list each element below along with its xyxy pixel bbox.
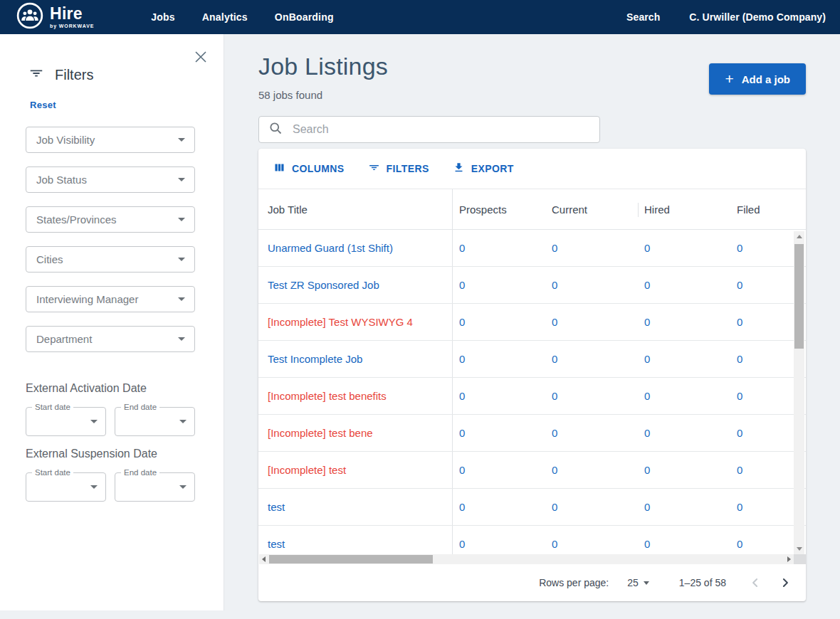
horizontal-scrollbar[interactable]	[259, 554, 794, 564]
hired-count-link[interactable]: 0	[644, 501, 650, 513]
vertical-scrollbar-thumb[interactable]	[794, 244, 804, 349]
job-title-link[interactable]: [Incomplete] test	[268, 464, 346, 476]
current-count-link[interactable]: 0	[552, 279, 557, 291]
current-count-link[interactable]: 0	[552, 427, 557, 439]
current-count-link[interactable]: 0	[552, 242, 557, 254]
rows-per-page-select[interactable]: 25	[627, 577, 649, 588]
hired-count-link[interactable]: 0	[644, 353, 650, 365]
table-row[interactable]: [Incomplete] Test WYSIWYG 4 0 0 0 0	[258, 304, 806, 341]
current-count-link[interactable]: 0	[552, 538, 557, 550]
nav-item-analytics[interactable]: Analytics	[202, 11, 248, 23]
horizontal-scrollbar-thumb[interactable]	[269, 555, 433, 564]
job-status-select[interactable]: Job Status	[26, 166, 195, 193]
table-row[interactable]: [Incomplete] test benefits 0 0 0 0	[258, 378, 806, 415]
suspension-end-date-select[interactable]: End date	[115, 472, 195, 502]
nav-item-jobs[interactable]: Jobs	[151, 11, 174, 23]
scroll-left-arrow-icon[interactable]	[262, 556, 266, 562]
scroll-right-arrow-icon[interactable]	[787, 556, 791, 562]
hired-count-link[interactable]: 0	[644, 464, 650, 476]
export-button[interactable]: EXPORT	[453, 162, 514, 176]
prospects-count-link[interactable]: 0	[459, 427, 465, 439]
filed-count-link[interactable]: 0	[737, 279, 742, 291]
nav-item-onboarding[interactable]: OnBoarding	[275, 11, 334, 23]
column-header-job-title[interactable]: Job Title	[268, 203, 308, 216]
hired-count-link[interactable]: 0	[644, 427, 650, 439]
filed-count-link[interactable]: 0	[737, 242, 742, 254]
nav-search-link[interactable]: Search	[626, 11, 660, 23]
job-search-field[interactable]	[258, 116, 600, 143]
filed-count-link[interactable]: 0	[737, 390, 742, 402]
filed-count-link[interactable]: 0	[737, 427, 742, 439]
prospects-count-link[interactable]: 0	[459, 538, 465, 550]
job-title-link[interactable]: [Incomplete] Test WYSIWYG 4	[268, 316, 413, 328]
prospects-count-link[interactable]: 0	[459, 501, 465, 513]
brand-logo[interactable]: Hire by WORKWAVE	[16, 2, 94, 32]
suspension-start-date-select[interactable]: Start date	[26, 472, 106, 502]
plus-icon: +	[725, 71, 733, 86]
column-header-current[interactable]: Current	[552, 203, 587, 216]
close-icon[interactable]	[194, 50, 208, 64]
job-title-link[interactable]: [Incomplete] test bene	[268, 427, 373, 439]
external-suspension-date-heading: External Suspension Date	[26, 448, 157, 460]
table-row[interactable]: [Incomplete] test 0 0 0 0	[258, 452, 806, 489]
table-row[interactable]: Test Incomplete Job 0 0 0 0	[258, 341, 806, 378]
column-header-prospects[interactable]: Prospects	[459, 203, 507, 216]
job-title-link[interactable]: Test Incomplete Job	[268, 353, 362, 365]
interviewing-manager-select[interactable]: Interviewing Manager	[26, 286, 195, 312]
brand-name: Hire	[50, 6, 94, 22]
job-title-link[interactable]: Test ZR Sponsored Job	[268, 279, 379, 291]
previous-page-button[interactable]	[745, 572, 766, 593]
filed-count-link[interactable]: 0	[737, 464, 742, 476]
user-account-menu[interactable]: C. Urwiller (Demo Company)	[689, 11, 826, 23]
table-row[interactable]: Unarmed Guard (1st Shift) 0 0 0 0	[258, 230, 806, 267]
activation-end-date-select[interactable]: End date	[115, 407, 195, 436]
table-row[interactable]: Test ZR Sponsored Job 0 0 0 0	[258, 267, 806, 304]
reset-filters-button[interactable]: Reset	[30, 100, 56, 110]
current-count-link[interactable]: 0	[552, 464, 557, 476]
hired-count-link[interactable]: 0	[644, 316, 650, 328]
job-title-link[interactable]: test	[268, 501, 285, 513]
table-row[interactable]: test 0 0 0 0	[258, 526, 806, 554]
columns-button[interactable]: COLUMNS	[273, 162, 345, 176]
table-pagination: Rows per page: 25 1–25 of 58	[258, 564, 806, 601]
filed-count-link[interactable]: 0	[737, 501, 742, 513]
column-header-hired[interactable]: Hired	[644, 203, 670, 216]
prospects-count-link[interactable]: 0	[459, 390, 465, 402]
job-title-link[interactable]: Unarmed Guard (1st Shift)	[268, 242, 393, 254]
vertical-scrollbar[interactable]	[794, 231, 804, 554]
filed-count-link[interactable]: 0	[737, 538, 742, 550]
hired-count-link[interactable]: 0	[644, 242, 650, 254]
table-row[interactable]: [Incomplete] test bene 0 0 0 0	[258, 415, 806, 452]
current-count-link[interactable]: 0	[552, 353, 557, 365]
hired-count-link[interactable]: 0	[644, 279, 650, 291]
hired-count-link[interactable]: 0	[644, 538, 650, 550]
prospects-count-link[interactable]: 0	[459, 316, 465, 328]
current-count-link[interactable]: 0	[552, 316, 557, 328]
prospects-count-link[interactable]: 0	[459, 242, 465, 254]
states-provinces-select[interactable]: States/Provinces	[26, 206, 195, 233]
department-select[interactable]: Department	[26, 326, 195, 352]
scroll-up-arrow-icon[interactable]	[797, 235, 802, 238]
chevron-down-icon	[178, 258, 185, 261]
current-count-link[interactable]: 0	[552, 390, 557, 402]
cities-select[interactable]: Cities	[26, 246, 195, 273]
current-count-link[interactable]: 0	[552, 501, 557, 513]
hired-count-link[interactable]: 0	[644, 390, 650, 402]
prospects-count-link[interactable]: 0	[459, 279, 465, 291]
job-title-link[interactable]: [Incomplete] test benefits	[268, 390, 387, 402]
activation-start-date-select[interactable]: Start date	[26, 407, 106, 436]
scroll-down-arrow-icon[interactable]	[797, 547, 802, 551]
job-visibility-select[interactable]: Job Visibility	[26, 127, 195, 153]
search-input[interactable]	[291, 122, 579, 137]
filed-count-link[interactable]: 0	[737, 353, 742, 365]
filed-count-link[interactable]: 0	[737, 316, 742, 328]
table-row[interactable]: test 0 0 0 0	[258, 489, 806, 526]
column-header-filed[interactable]: Filed	[737, 203, 760, 216]
add-a-job-button[interactable]: + Add a job	[709, 63, 806, 95]
chevron-down-icon	[179, 420, 187, 423]
filters-button[interactable]: FILTERS	[368, 162, 429, 176]
job-title-link[interactable]: test	[268, 538, 285, 550]
next-page-button[interactable]	[775, 572, 796, 593]
prospects-count-link[interactable]: 0	[459, 464, 465, 476]
prospects-count-link[interactable]: 0	[459, 353, 465, 365]
